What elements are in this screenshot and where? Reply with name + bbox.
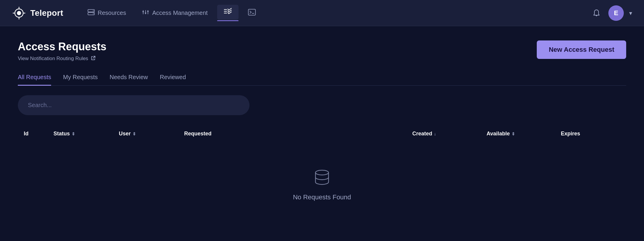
svg-rect-20 bbox=[248, 9, 255, 15]
col-header-created[interactable]: Created ↓ bbox=[412, 131, 487, 137]
created-sort-icon: ↓ bbox=[434, 132, 436, 136]
nav-items: Resources Access Management bbox=[81, 5, 590, 21]
col-requested-label: Requested bbox=[184, 131, 211, 137]
col-id-label: Id bbox=[24, 131, 29, 137]
page-header: Access Requests View Notification Routin… bbox=[18, 40, 626, 62]
brand-name: Teleport bbox=[30, 8, 63, 18]
nav-active-indicator bbox=[217, 20, 239, 21]
external-link-icon bbox=[91, 55, 96, 62]
svg-point-10 bbox=[93, 13, 94, 14]
col-header-user[interactable]: User ⇕ bbox=[119, 131, 184, 137]
nav-access-management-wrapper: Access Management bbox=[135, 6, 214, 20]
nav-item-resources[interactable]: Resources bbox=[81, 6, 133, 20]
page-title-group: Access Requests View Notification Routin… bbox=[18, 40, 106, 62]
tab-my-requests[interactable]: My Requests bbox=[63, 74, 98, 86]
nav-item-access-management[interactable]: Access Management bbox=[135, 6, 214, 20]
tab-reviewed[interactable]: Reviewed bbox=[160, 74, 186, 86]
svg-point-2 bbox=[17, 11, 21, 15]
server-icon bbox=[88, 9, 95, 17]
routing-rules-link[interactable]: View Notification Routing Rules bbox=[18, 55, 106, 62]
new-access-request-button[interactable]: New Access Request bbox=[537, 40, 626, 59]
svg-point-9 bbox=[93, 10, 94, 11]
tab-all-requests[interactable]: All Requests bbox=[18, 74, 51, 86]
request-tabs: All Requests My Requests Needs Review Re… bbox=[18, 74, 626, 86]
col-expires-label: Expires bbox=[561, 131, 580, 137]
col-header-id: Id bbox=[24, 131, 53, 137]
notifications-button[interactable] bbox=[590, 7, 603, 20]
empty-database-icon bbox=[313, 168, 331, 187]
empty-state: No Requests Found bbox=[18, 145, 626, 225]
user-menu-chevron[interactable]: ▾ bbox=[629, 10, 632, 17]
nav-right: E ▾ bbox=[590, 5, 632, 21]
col-user-label: User bbox=[119, 131, 131, 137]
teleport-logo-icon bbox=[12, 6, 26, 20]
nav-resources-label: Resources bbox=[98, 10, 126, 16]
svg-point-16 bbox=[147, 10, 149, 12]
svg-point-14 bbox=[143, 11, 144, 12]
col-status-label: Status bbox=[53, 131, 70, 137]
col-created-label: Created bbox=[412, 131, 432, 137]
nav-item-access-requests[interactable] bbox=[217, 5, 239, 20]
terminal-icon bbox=[248, 9, 256, 17]
page-title: Access Requests bbox=[18, 40, 106, 53]
routing-rules-label: View Notification Routing Rules bbox=[18, 56, 88, 62]
svg-point-15 bbox=[145, 12, 146, 14]
available-sort-icon: ⇕ bbox=[512, 132, 515, 136]
col-header-available[interactable]: Available ⇕ bbox=[487, 131, 561, 137]
nav-item-terminal[interactable] bbox=[241, 6, 262, 20]
svg-point-22 bbox=[315, 170, 329, 175]
tab-needs-review[interactable]: Needs Review bbox=[110, 74, 148, 86]
search-input[interactable] bbox=[18, 95, 250, 115]
col-header-requested: Requested bbox=[184, 131, 412, 137]
user-sort-icon: ⇕ bbox=[132, 132, 136, 136]
col-header-expires: Expires bbox=[561, 131, 620, 137]
nav-access-requests-wrapper bbox=[217, 5, 239, 21]
main-content: Access Requests View Notification Routin… bbox=[0, 26, 644, 239]
table-header: Id Status ⇕ User ⇕ Requested Created ↓ A… bbox=[18, 126, 626, 142]
brand-logo[interactable]: Teleport bbox=[12, 6, 63, 20]
nav-terminal-wrapper bbox=[241, 6, 262, 20]
col-available-label: Available bbox=[487, 131, 510, 137]
col-header-status[interactable]: Status ⇕ bbox=[53, 131, 119, 137]
search-container bbox=[18, 95, 626, 115]
navbar: Teleport Resources bbox=[0, 0, 644, 26]
sliders-icon bbox=[142, 9, 149, 17]
user-avatar[interactable]: E bbox=[608, 5, 624, 21]
checklist-icon bbox=[224, 8, 232, 17]
status-sort-icon: ⇕ bbox=[72, 132, 75, 136]
nav-access-management-label: Access Management bbox=[152, 10, 208, 16]
empty-state-text: No Requests Found bbox=[293, 193, 351, 201]
nav-resources-wrapper: Resources bbox=[81, 6, 133, 20]
